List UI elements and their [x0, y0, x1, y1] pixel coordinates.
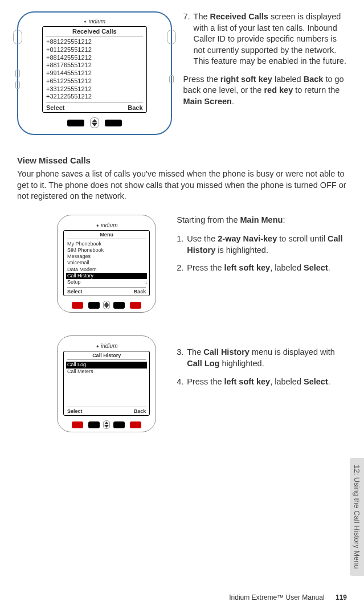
earpiece-left	[13, 30, 22, 44]
nav-down-icon	[92, 123, 97, 126]
step-text: Press the left soft key, labeled Select.	[187, 263, 347, 274]
list-item: +651225551212	[46, 77, 143, 85]
step-text: Press the left soft key, labeled Select.	[187, 376, 347, 388]
right-softkey-label: Back	[134, 289, 146, 294]
device-illustration-menu: iridium Menu My Phonebook SIM Phonebook …	[57, 215, 156, 313]
nav-up-icon	[104, 421, 109, 424]
left-softkey-button	[67, 120, 84, 126]
scroll-down-icon: ↓	[145, 279, 148, 285]
list-item: +321225551212	[46, 93, 143, 101]
list-item: +011225551212	[46, 46, 143, 54]
list-item-highlighted: Call History	[66, 273, 147, 279]
step-text: The Received Calls screen is displayed w…	[194, 11, 347, 67]
screen-main-menu: Menu My Phonebook SIM Phonebook Messages…	[63, 230, 150, 297]
step-1: 1. Use the 2-way Navi-key to scroll unti…	[177, 234, 347, 256]
softkey-labels: Select Back	[46, 103, 143, 112]
nav-up-icon	[92, 119, 97, 122]
step-text: Use the 2-way Navi-key to scroll until C…	[187, 234, 347, 256]
list-item: Messages	[67, 253, 146, 260]
navi-key	[103, 301, 110, 309]
list-item: Setup	[67, 279, 146, 285]
list-item-highlighted: Call Log	[66, 362, 147, 368]
step-4: 4. Press the left soft key, labeled Sele…	[177, 376, 347, 388]
list-item: +881765551212	[46, 62, 143, 69]
left-softkey-label: Select	[67, 289, 83, 294]
step-number: 4.	[177, 376, 187, 388]
list-item: SIM Phonebook	[67, 247, 146, 253]
right-softkey-label: Back	[128, 104, 142, 111]
end-key	[130, 421, 141, 428]
right-softkey-button	[113, 302, 125, 309]
list-item: Call Meters	[67, 369, 146, 375]
brand-logo: iridium	[63, 343, 150, 349]
step-number: 1.	[177, 234, 187, 256]
step-text-column: 7. The Received Calls screen is displaye…	[183, 11, 347, 108]
list-item: Data Modem	[67, 267, 146, 273]
list-item: +881425551212	[46, 54, 143, 62]
softkey-labels: Select Back	[67, 287, 146, 296]
keypad	[63, 301, 150, 309]
right-softkey-button	[113, 421, 125, 428]
step-text-column: 3. The Call History menu is displayed wi…	[177, 335, 347, 394]
right-softkey-label: Back	[134, 408, 146, 414]
step-7: 7. The Received Calls screen is displaye…	[183, 11, 347, 67]
call-key	[72, 302, 83, 309]
list-item: Voicemail	[67, 260, 146, 266]
step-text: The Call History menu is displayed with …	[187, 347, 347, 369]
keypad	[42, 117, 147, 128]
softkey-labels: Select Back	[67, 407, 146, 415]
left-softkey-label: Select	[67, 408, 83, 414]
step-number: 2.	[177, 263, 187, 274]
menu-list: My Phonebook SIM Phonebook Messages Voic…	[64, 239, 149, 288]
page-footer: Iridium Extreme™ User Manual 119	[229, 593, 347, 601]
nav-up-icon	[104, 302, 109, 305]
end-key	[130, 302, 141, 309]
navi-key	[103, 420, 110, 429]
screen-title: Call History	[67, 351, 146, 360]
manual-title: Iridium Extreme™ User Manual	[229, 593, 324, 601]
step-number: 7.	[183, 11, 194, 67]
step-2: 2. Press the left soft key, labeled Sele…	[177, 263, 347, 274]
side-button	[15, 69, 20, 77]
intro-paragraph: Your phone saves a list of calls you've …	[17, 169, 347, 202]
screen-title: Received Calls	[46, 27, 143, 36]
side-button	[169, 75, 174, 83]
brand-logo: iridium	[42, 18, 147, 24]
screen-received-calls: Received Calls +881225551212 +0112255512…	[42, 26, 147, 113]
right-softkey-button	[105, 120, 122, 126]
brand-logo: iridium	[63, 222, 150, 228]
heading-view-missed-calls: View Missed Calls	[17, 155, 347, 165]
call-key	[72, 421, 83, 428]
step-text-column: Starting from the Main Menu: 1. Use the …	[177, 215, 347, 281]
call-list: +881225551212 +011225551212 +88142555121…	[43, 36, 146, 103]
device-illustration-received: iridium Received Calls +881225551212 +01…	[17, 11, 172, 135]
list-item: +331225551212	[46, 85, 143, 93]
step-number: 3.	[177, 347, 187, 369]
nav-down-icon	[104, 305, 109, 308]
menu-step-block: iridium Menu My Phonebook SIM Phonebook …	[17, 215, 347, 313]
chapter-tab: 12: Using the Call History Menu	[350, 458, 364, 576]
list-item: +991445551212	[46, 69, 143, 77]
screen-title: Menu	[67, 231, 146, 239]
call-history-list: Call Log Call Meters	[64, 360, 149, 407]
starting-line: Starting from the Main Menu:	[177, 215, 347, 226]
list-item: +881225551212	[46, 38, 143, 46]
step-3: 3. The Call History menu is displayed wi…	[177, 347, 347, 369]
press-right-instruction: Press the right soft key labeled Back to…	[183, 74, 347, 108]
left-softkey-button	[88, 302, 100, 309]
call-history-step-block: iridium Call History Call Log Call Meter…	[17, 335, 347, 432]
navi-key	[90, 117, 99, 128]
left-softkey-label: Select	[46, 104, 64, 111]
device-illustration-call-history: iridium Call History Call Log Call Meter…	[57, 335, 156, 432]
list-item: My Phonebook	[67, 241, 146, 247]
left-softkey-button	[88, 421, 100, 428]
keypad	[63, 420, 150, 429]
nav-down-icon	[104, 425, 109, 428]
side-button	[15, 81, 20, 89]
screen-call-history: Call History Call Log Call Meters Select…	[63, 351, 150, 416]
earpiece-right	[167, 30, 176, 44]
page-number: 119	[336, 593, 347, 601]
